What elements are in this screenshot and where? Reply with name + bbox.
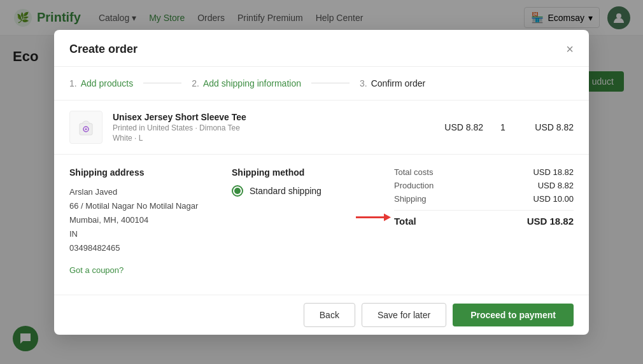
production-label: Production [394,181,434,190]
costs-panel: Total costs USD 18.82 Production USD 8.8… [394,167,574,282]
shipping-cost-label: Shipping [394,194,427,204]
total-value: USD 18.82 [527,216,574,227]
shipping-standard-option[interactable]: Standard shipping [232,185,381,197]
product-quantity: 1 [493,122,512,132]
shipping-address-title: Shipping address [69,167,219,178]
modal-overlay: Create order × 1. Add products 2. Add sh… [0,0,643,364]
modal-footer: Back Save for later Proceed to payment [54,295,589,335]
total-costs-value: USD 18.82 [533,167,574,177]
step-divider-1 [143,83,181,83]
product-thumbnail [69,111,102,144]
steps-row: 1. Add products 2. Add shipping informat… [54,67,589,101]
step-2-num: 2. [192,78,199,88]
total-row: Total USD 18.82 [394,210,574,227]
total-costs-row: Total costs USD 18.82 [394,167,574,177]
product-meta-line2: White · L [113,134,422,143]
address-country: IN [69,227,219,241]
address-name: Arslan Javed [69,185,219,199]
svg-marker-7 [384,214,391,221]
address-line1: 66 / Motilal Nagar No Motilal Nagar [69,199,219,213]
shipping-cost-value: USD 10.00 [533,194,574,204]
modal-header: Create order × [54,30,589,67]
product-unit-price: USD 8.82 [432,122,483,132]
address-line2: Mumbai, MH, 400104 [69,213,219,227]
radio-inner [234,188,241,194]
step-3-label: Confirm order [371,78,426,88]
production-value: USD 8.82 [538,181,574,190]
step-3-num: 3. [360,78,367,88]
address-phone: 03498482465 [69,241,219,255]
shipping-cost-row: Shipping USD 10.00 [394,194,574,204]
close-button[interactable]: × [566,43,574,55]
step-1-label[interactable]: Add products [81,78,134,88]
modal-body: Shipping address Arslan Javed 66 / Motil… [54,155,589,295]
address-details: Arslan Javed 66 / Motilal Nagar No Motil… [69,185,219,255]
modal-title: Create order [69,43,138,56]
svg-point-5 [85,128,87,130]
save-later-button[interactable]: Save for later [362,303,446,327]
create-order-modal: Create order × 1. Add products 2. Add sh… [54,30,589,335]
step-1-num: 1. [69,78,77,88]
step-2: 2. Add shipping information [192,78,301,88]
product-section: Unisex Jersey Short Sleeve Tee Printed i… [54,101,589,155]
shipping-method-title: Shipping method [232,167,381,178]
total-label: Total [394,216,416,227]
proceed-to-payment-button[interactable]: Proceed to payment [453,304,574,326]
production-row: Production USD 8.82 [394,181,574,190]
total-costs-label: Total costs [394,167,433,177]
product-info: Unisex Jersey Short Sleeve Tee Printed i… [113,112,422,143]
back-button[interactable]: Back [304,303,355,327]
shipping-address-section: Shipping address Arslan Javed 66 / Motil… [69,167,219,282]
step-1: 1. Add products [69,78,133,88]
product-name: Unisex Jersey Short Sleeve Tee [113,112,422,122]
product-total-price: USD 8.82 [523,122,574,132]
arrow-indicator [356,210,391,227]
step-2-label[interactable]: Add shipping information [203,78,301,88]
radio-circle [232,185,243,197]
shipping-standard-label: Standard shipping [250,186,322,196]
product-meta-line1: Printed in United States · Dimona Tee [113,123,422,132]
step-divider-2 [311,83,350,83]
step-3: 3. Confirm order [360,78,425,88]
coupon-link[interactable]: Got a coupon? [69,265,219,275]
